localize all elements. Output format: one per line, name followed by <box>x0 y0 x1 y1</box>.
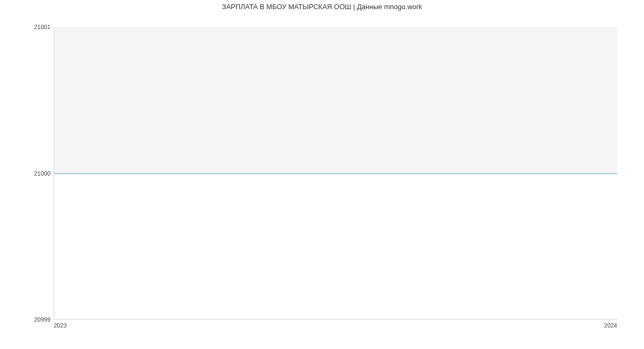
y-tick-label: 20999 <box>34 316 50 323</box>
x-tick-label: 2024 <box>604 322 617 329</box>
x-tick-label: 2023 <box>54 322 67 329</box>
x-axis-line <box>54 319 617 319</box>
grid-band-upper <box>54 27 617 173</box>
y-tick-label: 21001 <box>34 24 50 30</box>
chart-container: ЗАРПЛАТА В МБОУ МАТЫРСКАЯ ООШ | Данные m… <box>0 0 644 349</box>
series-line <box>54 173 617 174</box>
chart-title: ЗАРПЛАТА В МБОУ МАТЫРСКАЯ ООШ | Данные m… <box>0 3 644 11</box>
y-tick-label: 21000 <box>34 170 50 177</box>
plot-area <box>54 27 617 319</box>
